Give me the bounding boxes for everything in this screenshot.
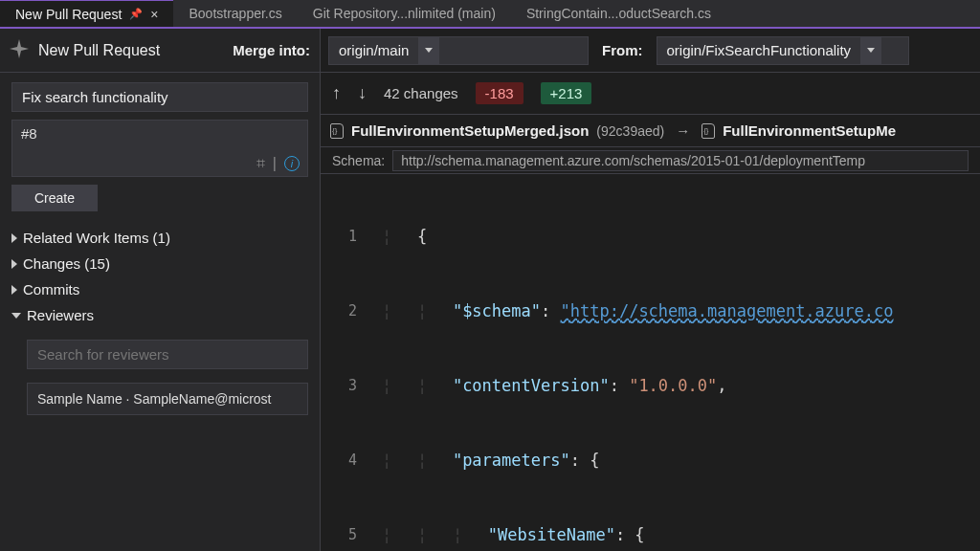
json-file-icon <box>702 123 715 139</box>
info-icon[interactable]: i <box>284 156 300 171</box>
sparkle-icon <box>10 39 29 61</box>
arrow-right-icon: → <box>676 122 690 139</box>
tab-new-pr[interactable]: New Pull Request 📌 × <box>0 0 173 27</box>
chevron-right-icon <box>11 259 17 269</box>
pin-icon[interactable]: 📌 <box>129 8 143 20</box>
chevron-right-icon <box>11 285 17 295</box>
hash-icon[interactable]: ⌗ <box>256 154 265 172</box>
diff-file-header: FullEnvironmentSetupMerged.json (92c39ae… <box>321 115 980 147</box>
diff-viewer: origin/main From: origin/FixSearchFuncti… <box>321 29 980 551</box>
file-name-left: FullEnvironmentSetupMerged.json <box>351 122 589 139</box>
code-diff[interactable]: 1¦ { 2¦ ¦ "$schema": "http://schema.mana… <box>321 174 980 551</box>
tab-git-repo[interactable]: Git Repository...nlimited (main) <box>298 0 511 27</box>
close-icon[interactable]: × <box>150 7 158 22</box>
tree-related-work[interactable]: Related Work Items (1) <box>11 225 308 251</box>
tree-changes[interactable]: Changes (15) <box>11 251 308 276</box>
file-hash: (92c39aed) <box>596 123 664 139</box>
reviewer-search-input[interactable] <box>27 340 308 369</box>
tab-strip: New Pull Request 📌 × Bootstrapper.cs Git… <box>0 0 980 29</box>
lines-removed-badge: -183 <box>476 82 523 104</box>
divider: | <box>273 155 277 172</box>
tab-stringcontain[interactable]: StringContain...oductSearch.cs <box>511 0 726 27</box>
dropdown-icon[interactable] <box>860 36 881 65</box>
pr-title-input[interactable] <box>11 82 308 112</box>
dropdown-icon[interactable] <box>418 36 439 65</box>
merge-into-select[interactable]: origin/main <box>328 36 589 65</box>
changes-summary: ↑ ↓ 42 changes -183 +213 <box>321 73 980 115</box>
tab-label: New Pull Request <box>15 7 122 22</box>
prev-change-button[interactable]: ↑ <box>332 83 341 103</box>
sidebar-title: New Pull Request <box>38 42 160 59</box>
pr-number: #8 <box>21 125 37 142</box>
from-branch-select[interactable]: origin/FixSearchFunctionality <box>657 36 909 65</box>
next-change-button[interactable]: ↓ <box>358 83 367 103</box>
pr-tree: Related Work Items (1) Changes (15) Comm… <box>11 225 308 328</box>
schema-input[interactable]: http://schema.management.azure.com/schem… <box>392 150 969 171</box>
lines-added-badge: +213 <box>541 82 592 104</box>
changes-count: 42 changes <box>384 85 458 101</box>
schema-label: Schema: <box>332 153 385 168</box>
tree-reviewers[interactable]: Reviewers <box>11 302 308 328</box>
schema-row: Schema: http://schema.management.azure.c… <box>321 147 980 174</box>
json-file-icon <box>330 123 344 139</box>
merge-into-label: Merge into: <box>233 42 310 58</box>
tree-commits[interactable]: Commits <box>11 276 308 302</box>
chevron-right-icon <box>11 233 17 243</box>
tab-bootstrapper[interactable]: Bootstrapper.cs <box>173 0 297 27</box>
pr-description-input[interactable]: #8 ⌗ | i <box>11 120 308 177</box>
create-button[interactable]: Create <box>11 185 98 211</box>
chevron-down-icon <box>11 313 21 319</box>
reviewer-item[interactable]: Sample Name · SampleName@microst <box>27 383 308 415</box>
from-label: From: <box>602 42 643 58</box>
file-name-right: FullEnvironmentSetupMe <box>723 122 896 139</box>
pr-sidebar: New Pull Request Merge into: #8 ⌗ | i Cr… <box>0 29 321 551</box>
